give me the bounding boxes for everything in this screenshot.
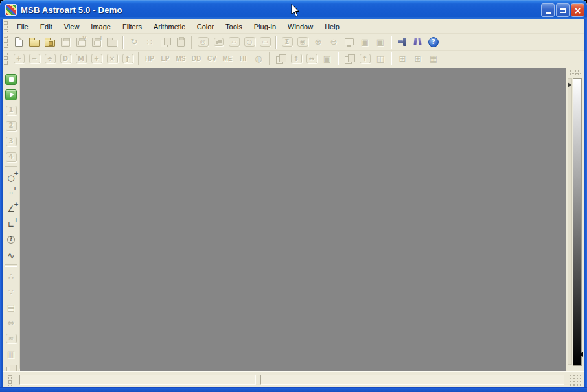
undo-button: ↻ bbox=[127, 35, 141, 49]
subtract-button: − bbox=[27, 52, 41, 66]
photo-preview-icon: ▱ bbox=[229, 37, 240, 47]
threshold-panel-grip[interactable] bbox=[570, 70, 581, 75]
tile-grid-icon: ⊞ bbox=[415, 54, 422, 63]
median-combine-button: M bbox=[74, 52, 88, 66]
minimize-button[interactable] bbox=[541, 3, 555, 17]
close-button[interactable]: × bbox=[571, 3, 584, 17]
toolbar-main-grip[interactable] bbox=[4, 36, 8, 48]
function-icon: ƒ bbox=[122, 54, 133, 63]
new-window-button bbox=[273, 52, 288, 66]
select-point-button[interactable]: ◦ bbox=[4, 186, 18, 200]
resize-grip[interactable] bbox=[570, 374, 582, 386]
zoom-out-icon: ⊖ bbox=[330, 38, 338, 46]
flip-horizontal-button: ⇔ bbox=[4, 316, 18, 330]
stop-button[interactable] bbox=[4, 72, 18, 86]
tile-3x3-icon: ▦ bbox=[430, 54, 437, 63]
help-button[interactable]: ? bbox=[426, 35, 441, 49]
menu-plug-in[interactable]: Plug-in bbox=[248, 21, 282, 32]
resample-icon: ∷ bbox=[147, 38, 152, 46]
profile-graph-button[interactable]: ∟ bbox=[4, 217, 18, 231]
profile-graph-icon: ∟ bbox=[8, 220, 15, 229]
divide-icon: ÷ bbox=[45, 54, 56, 63]
fit-screen-icon: ▣ bbox=[376, 38, 384, 46]
help-icon: ? bbox=[428, 37, 439, 47]
toolbar-separator bbox=[338, 52, 339, 65]
statistics-button: Σ bbox=[280, 35, 294, 49]
function-button: ƒ bbox=[121, 52, 135, 66]
toolbar-separator bbox=[391, 52, 392, 65]
save-button bbox=[58, 35, 73, 49]
open-image-button[interactable] bbox=[27, 35, 41, 49]
low-pass-filter-icon: LP bbox=[161, 56, 170, 62]
save-jpeg-icon: J bbox=[92, 38, 101, 47]
select-star-icon: ○ bbox=[7, 174, 14, 182]
photometry-graph-button[interactable]: ∠ bbox=[4, 202, 18, 216]
toolbar-process: +−÷DM+×ƒHPLPMSDDCVMEHI◍↕↔▣↑◫⊞⊞▦ bbox=[3, 51, 584, 67]
fit-window-icon: ▣ bbox=[361, 38, 369, 46]
camera-control-button[interactable] bbox=[395, 35, 409, 49]
preset-4-icon: 4 bbox=[6, 152, 17, 162]
examine-button[interactable]: ? bbox=[4, 233, 18, 247]
menu-file[interactable]: File bbox=[11, 21, 34, 32]
save-icon bbox=[61, 38, 70, 47]
window-border-right bbox=[584, 19, 587, 392]
rect-overlay-icon: ▭ bbox=[260, 37, 271, 47]
white-threshold-slider[interactable] bbox=[568, 82, 571, 87]
open-browse-button[interactable] bbox=[43, 35, 57, 49]
histogram-icon bbox=[214, 38, 224, 46]
black-threshold-slider[interactable] bbox=[579, 352, 583, 357]
threshold-slider-track[interactable] bbox=[568, 78, 572, 365]
open-image-icon bbox=[29, 40, 40, 47]
color-synthesis-button: ∴ bbox=[4, 269, 18, 283]
menubar-grip[interactable] bbox=[4, 21, 8, 32]
subtract-icon: − bbox=[29, 54, 40, 63]
menu-tools[interactable]: Tools bbox=[220, 21, 248, 32]
toolbar-separator bbox=[5, 264, 17, 267]
offset-add-button: + bbox=[89, 52, 104, 66]
toolbar-process-grip[interactable] bbox=[4, 53, 8, 65]
telescope-control-button[interactable] bbox=[411, 35, 425, 49]
rect-overlay-button: ▭ bbox=[258, 35, 272, 49]
restore-windows-icon: ↑ bbox=[360, 54, 371, 63]
wave-correction-icon: ≈ bbox=[6, 334, 17, 343]
dark-correction-icon: D bbox=[60, 54, 71, 63]
low-pass-filter-button: LP bbox=[158, 52, 172, 66]
add-button: + bbox=[12, 52, 26, 66]
stop-icon bbox=[5, 74, 17, 85]
menu-arithmetic[interactable]: Arithmetic bbox=[148, 21, 191, 32]
preset-3-button: 3 bbox=[4, 134, 18, 148]
menu-view[interactable]: View bbox=[58, 21, 86, 32]
app-icon bbox=[5, 4, 17, 16]
tile-2x2-button: ⊞ bbox=[395, 52, 409, 66]
start-button[interactable] bbox=[4, 87, 18, 102]
zoom-in-button: ⊕ bbox=[311, 35, 325, 49]
mouse-cursor bbox=[291, 4, 299, 17]
median-filter-icon: ME bbox=[223, 56, 233, 62]
toolbar-separator bbox=[191, 36, 192, 49]
start-icon bbox=[5, 89, 17, 100]
wave-correction-button: ≈ bbox=[4, 331, 18, 345]
toolbar-separator bbox=[122, 36, 124, 49]
new-image-button[interactable] bbox=[12, 35, 26, 49]
tile-2x2-icon: ⊞ bbox=[399, 54, 406, 63]
menu-help[interactable]: Help bbox=[319, 21, 345, 32]
menu-image[interactable]: Image bbox=[85, 21, 117, 32]
close-image-icon bbox=[107, 40, 117, 47]
copy-icon bbox=[161, 38, 170, 47]
menu-edit[interactable]: Edit bbox=[34, 21, 58, 32]
gradient-bar[interactable] bbox=[573, 78, 582, 366]
median-combine-icon: M bbox=[76, 54, 87, 63]
menu-window[interactable]: Window bbox=[282, 21, 319, 32]
select-star-button[interactable]: ○ bbox=[4, 170, 18, 185]
menu-filters[interactable]: Filters bbox=[117, 21, 148, 32]
line-profile-button[interactable]: ∿ bbox=[4, 248, 18, 262]
toolbar-separator bbox=[138, 52, 139, 65]
statusbar-grip[interactable] bbox=[8, 375, 12, 386]
maximize-button[interactable] bbox=[556, 3, 570, 17]
save-fits-icon: V bbox=[76, 38, 86, 47]
title-bar[interactable]: MSB Astroart 5.0 - Demo × bbox=[0, 0, 587, 19]
convolution-filter-button: CV bbox=[205, 52, 219, 66]
full-screen-button bbox=[342, 35, 356, 49]
multiply-icon: × bbox=[107, 54, 118, 63]
menu-color[interactable]: Color bbox=[191, 21, 220, 32]
